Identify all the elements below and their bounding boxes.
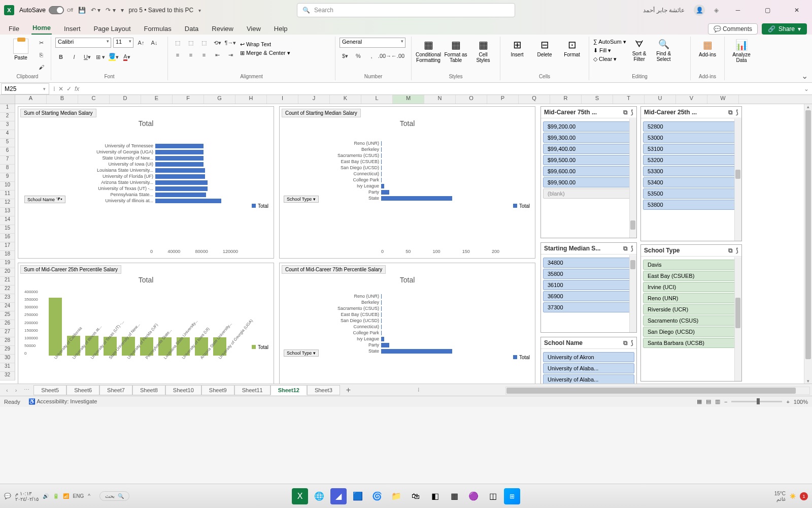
number-format-combo[interactable]: General: [340, 38, 405, 48]
shrink-font-icon[interactable]: A↓: [149, 38, 160, 48]
slicer-school-name[interactable]: School Name⧉⟆ University of AkronUnivers…: [540, 337, 637, 384]
worksheet-grid[interactable]: ABCDEFGHIJKLMNOPQRSTUVW 1234567891011121…: [0, 95, 812, 384]
zoom-in-icon[interactable]: +: [786, 399, 789, 405]
sheet-tab[interactable]: Sheet7: [99, 385, 132, 395]
autosave-toggle[interactable]: AutoSave Off: [19, 6, 73, 14]
chevron-up-icon[interactable]: ^: [88, 493, 90, 499]
column-header[interactable]: C: [78, 95, 110, 104]
row-header[interactable]: 14: [0, 216, 15, 225]
taskbar-app-icon[interactable]: ◧: [427, 488, 443, 504]
format-cells-button[interactable]: ⊡Format: [559, 38, 585, 58]
taskbar-edge-icon[interactable]: 🌀: [369, 488, 385, 504]
multiselect-icon[interactable]: ⧉: [728, 247, 733, 254]
row-header[interactable]: 6: [0, 147, 15, 156]
clear-button[interactable]: ◇ Clear ▾: [593, 56, 626, 62]
page-layout-view-icon[interactable]: ▤: [706, 398, 711, 405]
share-button[interactable]: 🔗 Share ▾: [762, 23, 807, 35]
slicer-item[interactable]: $99,600.00: [543, 166, 634, 176]
orientation-icon[interactable]: ⟲▾: [212, 38, 223, 48]
zoom-slider[interactable]: [731, 401, 782, 402]
multiselect-icon[interactable]: ⧉: [623, 339, 628, 346]
paste-button[interactable]: Paste: [8, 38, 33, 61]
collapse-ribbon-icon[interactable]: ⌄: [801, 71, 808, 81]
slicer-item[interactable]: 53100: [643, 144, 739, 154]
field-button-school-type[interactable]: School Type ▾: [284, 196, 319, 203]
column-header[interactable]: J: [298, 95, 330, 104]
fill-button[interactable]: ⬇ Fill ▾: [593, 47, 626, 54]
inc-decimal-icon[interactable]: .00→: [379, 51, 390, 61]
align-top-icon[interactable]: ⬚: [172, 38, 183, 48]
slicer-item[interactable]: 53200: [643, 155, 739, 165]
vertical-scrollbar[interactable]: ▴ ▾: [804, 104, 812, 384]
fx-icon[interactable]: fx: [75, 85, 79, 92]
add-sheet-button[interactable]: +: [341, 386, 356, 395]
chart-count-starting-salary[interactable]: Count of Starting Median Salary Total Sc…: [279, 106, 535, 259]
slicer-item[interactable]: Riverside (UCR): [643, 304, 739, 314]
slicer-item[interactable]: 36900: [543, 291, 634, 301]
multiselect-icon[interactable]: ⧉: [623, 245, 628, 252]
tab-data[interactable]: Data: [184, 23, 199, 35]
find-select-button[interactable]: 🔍Find & Select: [653, 38, 675, 63]
cancel-formula-icon[interactable]: ✕: [58, 85, 63, 92]
slicer-item[interactable]: (blank): [543, 188, 634, 199]
document-title[interactable]: pro 5 • Saved to this PC: [129, 7, 194, 14]
slicer-item[interactable]: Davis: [643, 260, 739, 270]
language-indicator[interactable]: ENG: [73, 493, 84, 499]
slicer-item[interactable]: East Bay (CSUEB): [643, 271, 739, 281]
taskbar-store-icon[interactable]: 🛍: [408, 488, 424, 504]
tab-help[interactable]: Help: [273, 23, 289, 35]
clear-filter-icon[interactable]: ⟆: [631, 339, 633, 346]
taskbar-widgets-icon[interactable]: ◫: [485, 488, 501, 504]
row-header[interactable]: 25: [0, 311, 15, 320]
indent-inc-icon[interactable]: ⇥: [225, 50, 236, 60]
row-header[interactable]: 19: [0, 260, 15, 268]
insert-cells-button[interactable]: ⊞Insert: [504, 38, 530, 58]
addins-button[interactable]: ▦Add-ins: [695, 38, 720, 58]
slicer-starting-median[interactable]: Starting Median S...⧉⟆ 34800358003610036…: [540, 242, 637, 333]
name-box[interactable]: M25▾: [1, 83, 49, 94]
dropdown-icon[interactable]: ⁞: [53, 85, 55, 92]
row-header[interactable]: 20: [0, 268, 15, 277]
font-color-icon[interactable]: A ▾: [121, 52, 132, 62]
slicer-school-type[interactable]: School Type⧉⟆ DavisEast Bay (CSUEB)Irvin…: [640, 244, 742, 382]
slicer-item[interactable]: 53400: [643, 177, 739, 187]
ltr-icon[interactable]: ¶→▾: [225, 38, 236, 48]
taskbar-start-icon[interactable]: ⊞: [504, 488, 520, 504]
font-name-combo[interactable]: Calibri: [55, 38, 111, 48]
format-painter-icon[interactable]: 🖌: [36, 62, 47, 72]
page-break-view-icon[interactable]: ▥: [715, 398, 720, 405]
row-header[interactable]: 17: [0, 242, 15, 251]
save-icon[interactable]: 💾: [78, 7, 86, 14]
column-header[interactable]: E: [141, 95, 173, 104]
row-header[interactable]: 18: [0, 251, 15, 260]
tab-review[interactable]: Review: [211, 23, 234, 35]
accessibility-status[interactable]: ♿ Accessibility: Investigate: [28, 398, 97, 405]
column-header[interactable]: D: [110, 95, 141, 104]
autosum-button[interactable]: ∑ AutoSum ▾: [593, 39, 626, 45]
expand-formula-icon[interactable]: ⌄: [801, 85, 812, 92]
row-header[interactable]: 11: [0, 190, 15, 199]
delete-cells-button[interactable]: ⊟Delete: [532, 38, 557, 58]
row-header[interactable]: 13: [0, 208, 15, 216]
row-header[interactable]: 27: [0, 329, 15, 337]
sound-icon[interactable]: 🔊: [43, 493, 49, 499]
tab-formulas[interactable]: Formulas: [143, 23, 173, 35]
taskbar-app-icon[interactable]: ◢: [330, 488, 347, 504]
column-header[interactable]: Q: [519, 95, 550, 104]
row-header[interactable]: 24: [0, 303, 15, 311]
grow-font-icon[interactable]: A↑: [136, 38, 147, 48]
column-header[interactable]: V: [676, 95, 707, 104]
row-header[interactable]: 16: [0, 234, 15, 242]
row-header[interactable]: 5: [0, 139, 15, 147]
sheet-tab[interactable]: Sheet10: [165, 385, 201, 395]
slicer-item[interactable]: Sacramento (CSUS): [643, 315, 739, 326]
slicer-midcareer-25th[interactable]: Mid-Career 25th ...⧉⟆ 528005300053100532…: [640, 106, 742, 241]
row-header[interactable]: 31: [0, 363, 15, 372]
row-header[interactable]: 22: [0, 285, 15, 294]
taskbar-app-icon[interactable]: 🟦: [350, 488, 366, 504]
slicer-midcareer-75th[interactable]: Mid-Career 75th ...⧉⟆ $99,200.00$99,300.…: [540, 106, 637, 238]
slicer-item[interactable]: 37300: [543, 302, 634, 312]
battery-icon[interactable]: 🔋: [53, 493, 59, 499]
row-header[interactable]: 10: [0, 182, 15, 190]
tab-home[interactable]: Home: [31, 22, 52, 35]
